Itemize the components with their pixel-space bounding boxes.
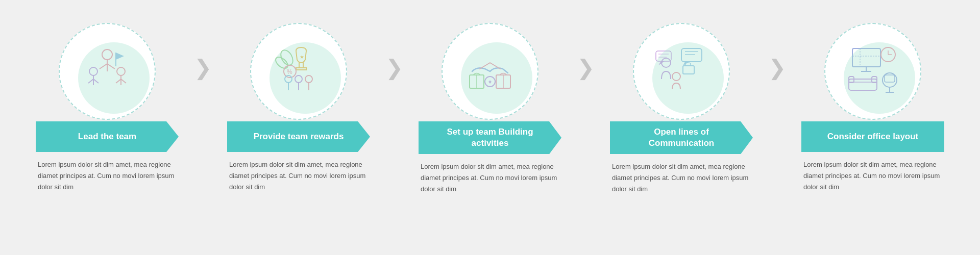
chevron-icon-2: ❯ bbox=[385, 57, 403, 79]
step-2-icon-bg: ★ % bbox=[250, 23, 347, 120]
chevron-1: ❯ bbox=[194, 20, 212, 79]
chevron-icon-3: ❯ bbox=[577, 57, 595, 79]
chevron-2: ❯ bbox=[385, 20, 403, 79]
step-5-icon-bg bbox=[824, 23, 921, 120]
step-3-desc: Lorem ipsum dolor sit dim amet, mea regi… bbox=[419, 161, 561, 195]
step-4-circle bbox=[630, 20, 732, 122]
chevron-icon-1: ❯ bbox=[194, 57, 212, 79]
chevron-4: ❯ bbox=[768, 20, 786, 79]
step-5-label: Consider office layout bbox=[801, 121, 944, 152]
step-1: Lead the team Lorem ipsum dolor sit dim … bbox=[20, 20, 194, 193]
chevron-icon-4: ❯ bbox=[768, 57, 786, 79]
step-1-circle bbox=[56, 20, 158, 122]
step-5: Consider office layout Lorem ipsum dolor… bbox=[786, 20, 960, 193]
step-4-desc: Lorem ipsum dolor sit dim amet, mea regi… bbox=[610, 161, 753, 195]
step-2-desc: Lorem ipsum dolor sit dim amet, mea regi… bbox=[227, 159, 370, 193]
step-2-label: Provide team rewards bbox=[227, 121, 370, 152]
step-2: ★ % Provide team rewards bbox=[212, 20, 385, 193]
step-3-circle: ✦ bbox=[439, 20, 541, 122]
step-4-label: Open lines of Communication bbox=[610, 121, 753, 154]
step-1-desc: Lorem ipsum dolor sit dim amet, mea regi… bbox=[36, 159, 179, 193]
step-1-icon-bg bbox=[59, 23, 156, 120]
step-4-icon-bg bbox=[633, 23, 730, 120]
step-4: Open lines of Communication Lorem ipsum … bbox=[595, 20, 768, 195]
infographic: Lead the team Lorem ipsum dolor sit dim … bbox=[10, 10, 970, 245]
step-5-desc: Lorem ipsum dolor sit dim amet, mea regi… bbox=[801, 159, 944, 193]
step-2-circle: ★ % bbox=[248, 20, 350, 122]
step-3-icon-bg: ✦ bbox=[442, 23, 538, 120]
chevron-3: ❯ bbox=[577, 20, 595, 79]
step-3-label: Set up team Building activities bbox=[419, 121, 561, 154]
step-5-circle bbox=[822, 20, 924, 122]
step-1-label: Lead the team bbox=[36, 121, 179, 152]
step-3: ✦ Set up team Building activities Lorem … bbox=[403, 20, 577, 195]
